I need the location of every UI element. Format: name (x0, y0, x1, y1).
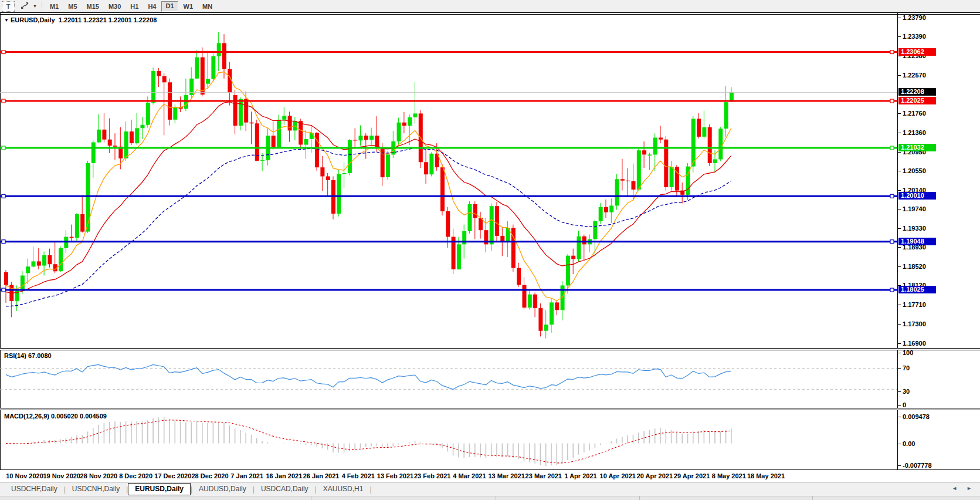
axis-tick-mark (898, 465, 901, 466)
tool-dropdown-caret-icon[interactable]: ▼ (31, 4, 39, 8)
price-chart-canvas[interactable] (0, 15, 897, 348)
price-tick-label: 1.17710 (903, 301, 926, 308)
timeframe-button-mn[interactable]: MN (198, 2, 216, 11)
macd-scale-label: 0.00 (903, 440, 915, 447)
chart-tab-audusd-daily[interactable]: AUDUSD,Daily (192, 484, 253, 495)
timeframe-button-m30[interactable]: M30 (104, 2, 125, 11)
line-anchor-marker (2, 240, 5, 244)
axis-tick-mark (898, 391, 901, 392)
price-axis[interactable]: 1.237901.233901.229801.225701.217601.213… (898, 12, 980, 470)
status-bar (0, 496, 980, 500)
timeframe-buttons: M1M5M15M30H1H4D1W1MN (45, 1, 217, 12)
date-label: 4 Mar 2021 (453, 472, 486, 479)
rsi-label: RSI(14) 67.0080 (4, 352, 52, 359)
chart-tabs: USDCHF,Daily|USDCNH,Daily|EURUSD,Daily|A… (5, 483, 372, 495)
date-label: 19 Nov 2020 (43, 472, 80, 479)
line-anchor-marker (2, 194, 5, 198)
rsi-scale-label: 100 (903, 349, 913, 356)
axis-tick-mark (898, 368, 901, 369)
chart-tab-usdchf-daily[interactable]: USDCHF,Daily (5, 484, 64, 495)
price-tick-label: 1.18520 (903, 263, 926, 270)
axis-tick-mark (898, 152, 901, 153)
date-label: 10 Apr 2021 (600, 472, 636, 479)
timeframe-button-d1[interactable]: D1 (161, 1, 178, 12)
axis-tick-mark (898, 75, 901, 76)
date-label: 28 Dec 2020 (192, 472, 229, 479)
price-tick-label: 1.21360 (903, 129, 926, 136)
axis-tick-mark (898, 113, 901, 114)
line-anchor-marker (890, 194, 894, 198)
axis-tick-mark (898, 133, 901, 133)
moving-average-medium (6, 102, 731, 293)
date-label: 13 Feb 2021 (377, 472, 413, 479)
status-bar-divider (311, 496, 311, 500)
price-tick-label: 1.23790 (903, 14, 926, 21)
date-label: 18 May 2021 (747, 472, 785, 479)
date-label: 29 Apr 2021 (674, 472, 710, 479)
axis-tick-mark (898, 405, 901, 406)
price-level-badge: 1.18025 (898, 286, 936, 293)
rsi-scale-label: 0 (903, 401, 906, 408)
timeframe-button-h4[interactable]: H4 (144, 2, 160, 11)
price-level-badge: 1.22025 (898, 97, 936, 104)
axis-tick-mark (898, 171, 901, 171)
line-anchor-marker (2, 50, 5, 54)
timeframe-button-h1[interactable]: H1 (126, 2, 143, 11)
line-anchor-marker (2, 288, 5, 292)
timeframe-button-w1[interactable]: W1 (179, 2, 198, 11)
macd-label: MACD(12,26,9) 0.005020 0.004509 (4, 413, 107, 420)
text-tool-button[interactable]: T (2, 1, 15, 12)
macd-indicator-canvas[interactable] (0, 410, 897, 469)
price-tick-label: 1.20550 (903, 167, 926, 174)
cursor-arrows-icon (21, 2, 29, 11)
date-label: 28 Nov 2020 (80, 472, 118, 479)
axis-tick-mark (898, 209, 901, 210)
price-level-badge: 1.19048 (898, 238, 936, 245)
price-tick-label: 1.22570 (903, 72, 926, 79)
chart-tab-usdcad-daily[interactable]: USDCAD,Daily (255, 484, 315, 495)
tab-scroll-arrows: ◄ ► (952, 485, 972, 491)
chart-title: ▼EURUSD,Daily 1.22011 1.22321 1.22001 1.… (4, 16, 157, 23)
date-label: 7 Jan 2021 (230, 472, 263, 479)
rsi-scale-label: 70 (903, 364, 910, 371)
line-anchor-marker (890, 99, 894, 103)
axis-tick-mark (898, 343, 901, 344)
rsi-indicator-canvas[interactable] (0, 350, 897, 408)
arrows-tool-button[interactable] (18, 2, 31, 11)
tab-scroll-right-icon[interactable]: ► (967, 485, 972, 491)
status-bar-divider (496, 496, 496, 500)
axis-tick-mark (898, 56, 901, 56)
tab-divider: | (369, 485, 371, 494)
axis-tick-mark (898, 353, 901, 353)
axis-tick-mark (898, 444, 901, 444)
macd-scale-label: 0.009478 (903, 413, 930, 420)
toolbar-separator (42, 2, 42, 11)
timeframe-toolbar: T ▼ M1M5M15M30H1H4D1W1MN (0, 0, 980, 12)
timeframe-button-m1[interactable]: M1 (46, 2, 63, 11)
tab-scroll-left-icon[interactable]: ◄ (952, 485, 957, 491)
axis-tick-mark (898, 247, 901, 248)
status-bar-divider (639, 496, 640, 500)
symbol-dropdown-icon[interactable]: ▼ (4, 18, 9, 23)
date-label: 26 Jan 2021 (303, 472, 340, 479)
axis-tick-mark (898, 36, 901, 37)
time-axis[interactable]: 10 Nov 202019 Nov 202028 Nov 20208 Dec 2… (0, 470, 897, 482)
timeframe-button-m15[interactable]: M15 (83, 2, 103, 11)
price-level-badge: 1.21032 (898, 144, 936, 151)
line-anchor-marker (890, 146, 894, 150)
timeframe-button-m5[interactable]: M5 (64, 2, 81, 11)
chart-tab-usdcnh-daily[interactable]: USDCNH,Daily (66, 484, 126, 495)
axis-tick-mark (898, 266, 901, 267)
date-label: 4 Feb 2021 (342, 472, 375, 479)
price-tick-label: 1.19330 (903, 225, 926, 232)
axis-tick-mark (898, 190, 901, 191)
price-tick-label: 1.17300 (903, 320, 926, 327)
chart-tab-eurusd-daily[interactable]: EURUSD,Daily (128, 483, 191, 495)
chart-tab-xauusd-h1[interactable]: XAUUSD,H1 (317, 484, 370, 495)
line-anchor-marker (2, 146, 5, 150)
price-level-badge: 1.23062 (898, 48, 936, 56)
trading-app-window: T ▼ M1M5M15M30H1H4D1W1MN ▼EURUSD,Daily 1… (0, 0, 980, 500)
date-label: 8 Dec 2020 (119, 472, 152, 479)
date-label: 8 May 2021 (712, 472, 746, 479)
axis-tick-mark (898, 18, 901, 18)
